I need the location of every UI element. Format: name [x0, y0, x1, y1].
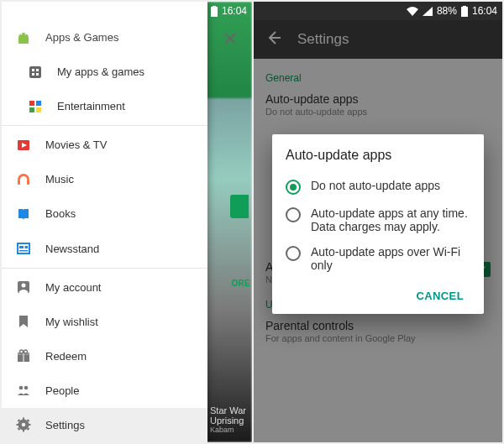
drawer-item-people[interactable]: People	[2, 373, 207, 408]
drawer-item-label: Movies & TV	[35, 138, 107, 151]
drawer-item-label: Music	[35, 173, 74, 185]
account-icon	[12, 279, 35, 295]
svg-rect-13	[36, 107, 41, 112]
drawer-item-label: Redeem	[35, 350, 87, 363]
battery-percent: 88%	[186, 5, 207, 17]
svg-rect-25	[23, 353, 24, 362]
drawer-item-settings[interactable]: Settings	[2, 408, 207, 442]
radio-unchecked-icon	[286, 207, 301, 222]
status-bar: 88% 16:04	[254, 2, 502, 20]
svg-rect-35	[29, 424, 31, 426]
svg-rect-19	[19, 250, 28, 252]
svg-rect-18	[19, 246, 24, 248]
signal-icon	[172, 7, 182, 16]
peek-app-info: Star War Uprising Kabam	[210, 405, 249, 434]
divider	[2, 125, 207, 126]
drawer-item-music[interactable]: Music	[2, 162, 207, 196]
drawer-item-label: Newsstand	[35, 243, 99, 255]
left-pane: 88% 16:04 ORE Star War Uprising Kabam Ap…	[2, 2, 252, 442]
battery-icon	[211, 6, 218, 17]
music-icon	[12, 172, 35, 187]
drawer-item-account[interactable]: My account	[2, 270, 207, 305]
drawer-item-wishlist[interactable]: My wishlist	[2, 305, 207, 339]
svg-rect-41	[463, 6, 466, 8]
svg-rect-6	[32, 69, 34, 71]
svg-point-29	[24, 386, 29, 390]
gear-icon	[12, 417, 35, 432]
svg-point-4	[25, 33, 27, 34]
svg-point-3	[21, 33, 23, 34]
battery-percent: 88%	[437, 5, 457, 17]
drawer-item-entertainment[interactable]: Entertainment	[2, 89, 207, 123]
svg-rect-7	[36, 69, 39, 71]
radio-option-wifi-only[interactable]: Auto-update apps over Wi-Fi only	[286, 239, 470, 278]
divider	[2, 268, 207, 269]
more-chip[interactable]: ORE	[231, 279, 250, 288]
signal-icon	[423, 7, 433, 16]
svg-rect-32	[23, 418, 24, 420]
battery-icon	[461, 6, 468, 17]
drawer-item-movies[interactable]: Movies & TV	[2, 128, 207, 162]
dialog-title: Auto-update apps	[286, 148, 470, 163]
svg-rect-16	[27, 180, 29, 185]
radio-label: Auto-update apps over Wi-Fi only	[311, 245, 470, 272]
movies-icon	[12, 138, 35, 153]
svg-rect-10	[29, 101, 34, 106]
svg-rect-8	[32, 73, 34, 76]
radio-option-do-not-update[interactable]: Do not auto-update apps	[286, 173, 470, 201]
svg-rect-2	[18, 36, 29, 44]
svg-point-31	[22, 423, 26, 427]
auto-update-dialog: Auto-update apps Do not auto-update apps…	[272, 134, 484, 314]
dialog-actions: CANCEL	[286, 278, 470, 309]
svg-rect-15	[18, 180, 20, 185]
books-icon	[12, 206, 35, 222]
svg-rect-5	[29, 66, 41, 78]
radio-label: Auto-update apps at any time. Data charg…	[311, 206, 470, 233]
svg-rect-12	[29, 107, 34, 112]
android-icon	[12, 29, 35, 46]
svg-rect-34	[17, 424, 19, 426]
drawer-header-label: Apps & Games	[35, 31, 118, 44]
right-pane: 88% 16:04 Settings General Auto-update a…	[252, 2, 502, 442]
radio-checked-icon	[286, 180, 301, 195]
svg-rect-9	[36, 73, 39, 76]
drawer-item-newsstand[interactable]: Newsstand	[2, 232, 207, 266]
cancel-button[interactable]: CANCEL	[409, 283, 470, 309]
wifi-icon	[156, 7, 168, 16]
install-pill[interactable]	[230, 195, 249, 218]
svg-rect-33	[23, 430, 24, 432]
svg-point-28	[19, 386, 24, 390]
svg-point-26	[20, 350, 24, 353]
drawer-item-label: My wishlist	[35, 316, 98, 328]
drawer-item-label: Books	[35, 207, 76, 220]
peek-meta: Kabam	[210, 426, 249, 434]
drawer-item-my-apps[interactable]: My apps & games	[2, 55, 207, 89]
drawer-item-redeem[interactable]: Redeem	[2, 339, 207, 373]
radio-label: Do not auto-update apps	[311, 179, 440, 192]
drawer-item-label: My account	[35, 281, 101, 294]
gift-icon	[12, 348, 35, 363]
drawer-item-label: My apps & games	[47, 65, 144, 78]
drawer-item-books[interactable]: Books	[2, 196, 207, 231]
drawer-close-button[interactable]	[217, 25, 244, 52]
svg-rect-11	[36, 101, 41, 106]
svg-rect-20	[25, 246, 29, 248]
svg-point-27	[24, 350, 28, 353]
radio-unchecked-icon	[286, 246, 301, 261]
wifi-icon	[407, 7, 418, 16]
drawer-item-label: Entertainment	[47, 100, 125, 112]
drawer-item-label: Settings	[35, 419, 85, 431]
peek-title-b: Uprising	[210, 415, 249, 426]
drawer-item-label: People	[35, 384, 79, 397]
nav-drawer: Apps & Games My apps & games Entertainme…	[2, 2, 207, 442]
status-bar: 88% 16:04	[2, 2, 252, 20]
svg-point-22	[22, 284, 26, 288]
radio-option-any-time[interactable]: Auto-update apps at any time. Data charg…	[286, 201, 470, 239]
bookmark-icon	[12, 314, 35, 329]
svg-rect-1	[213, 6, 216, 8]
drawer-header-apps-games[interactable]: Apps & Games	[2, 20, 207, 55]
people-icon	[12, 383, 35, 398]
clock: 16:04	[222, 5, 247, 17]
clock: 16:04	[472, 5, 497, 17]
peek-title-a: Star War	[210, 405, 249, 415]
